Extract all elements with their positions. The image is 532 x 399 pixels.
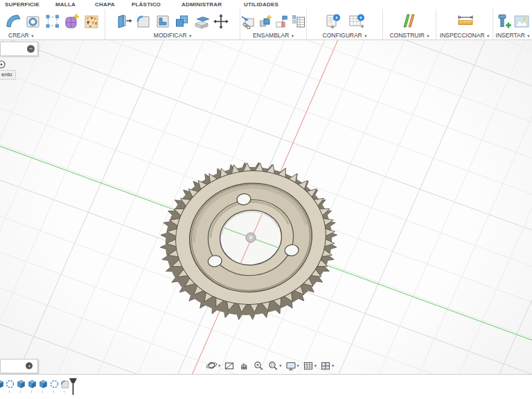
- grid-line: [488, 39, 532, 399]
- configuration-icon: [323, 12, 343, 31]
- chevron-down-icon: ▾: [292, 33, 294, 38]
- collapse-browser-button[interactable]: −: [27, 45, 35, 53]
- browser-panel-collapsed[interactable]: −: [0, 42, 38, 56]
- form-button[interactable]: [63, 12, 81, 30]
- insert-fastener-button[interactable]: [496, 12, 513, 30]
- measure-icon: [455, 12, 475, 31]
- group-label-crear[interactable]: CREAR ▾: [0, 32, 105, 39]
- grid-line: [0, 39, 532, 86]
- fastener-bolt-icon: [496, 12, 513, 30]
- shell-button[interactable]: [154, 12, 172, 30]
- sketch-icon: [49, 379, 60, 389]
- display-settings-button[interactable]: ▾: [285, 360, 300, 372]
- extrude-icon: [0, 379, 5, 389]
- press-pull-button[interactable]: [115, 12, 133, 30]
- insert-image-button[interactable]: [513, 12, 530, 30]
- zoom-icon: [253, 360, 264, 371]
- create-sketch-icon: [44, 12, 62, 30]
- group-label-inspeccionar[interactable]: INSPECCIONAR ▾: [436, 32, 493, 39]
- display-settings-icon: [285, 360, 296, 371]
- group-label-modificar[interactable]: MODIFICAR ▾: [105, 32, 240, 39]
- extrude-icon: [27, 379, 37, 389]
- move-button[interactable]: [212, 12, 230, 30]
- fusion360-window: { "tabs": [ {"label": "SUPERFICIE"}, {"l…: [0, 0, 532, 399]
- timeline-bar: [0, 374, 532, 399]
- fit-button[interactable]: ▾: [267, 360, 282, 372]
- joint-icon: [274, 14, 290, 29]
- grid-line: [0, 39, 124, 399]
- sketch-button[interactable]: [44, 12, 62, 30]
- configuration-table-button[interactable]: [347, 12, 366, 31]
- zoom-button[interactable]: [252, 360, 265, 372]
- derive-button[interactable]: [241, 14, 256, 29]
- configuration-table-icon: [347, 12, 366, 31]
- construction-plane-button[interactable]: [400, 12, 419, 31]
- sketch-icon: [5, 379, 15, 389]
- chevron-down-icon: ▾: [527, 33, 529, 38]
- chevron-down-icon: ▾: [364, 33, 366, 38]
- timeline-feature-sketch[interactable]: [5, 379, 15, 392]
- image-icon: [513, 12, 530, 30]
- tab-administrar[interactable]: ADMINISTRAR: [181, 1, 222, 8]
- chevron-down-icon: ▾: [189, 33, 191, 38]
- viewports-button[interactable]: ▾: [319, 360, 335, 372]
- group-construir: CONSTRUIR ▾: [383, 9, 436, 39]
- new-component-button[interactable]: [258, 14, 273, 29]
- tab-plastico[interactable]: PLÁSTICO: [132, 1, 161, 8]
- look-at-button[interactable]: [223, 360, 236, 372]
- split-body-icon: [193, 12, 211, 30]
- grid-settings-button[interactable]: ▾: [302, 360, 317, 372]
- grid-line: [0, 39, 84, 399]
- grid-line: [0, 39, 532, 122]
- look-at-icon: [224, 360, 235, 371]
- grid-settings-icon: [303, 360, 314, 371]
- mesh-button[interactable]: [82, 12, 100, 30]
- viewport-canvas[interactable]: [0, 39, 532, 399]
- freeform-button[interactable]: [5, 12, 23, 30]
- hole-button[interactable]: [24, 12, 42, 30]
- group-inspeccionar: INSPECCIONAR ▾: [436, 9, 493, 39]
- tab-superficie[interactable]: SUPERFICIE: [5, 1, 39, 8]
- chevron-down-icon: ▾: [487, 33, 489, 38]
- group-label-ensamblar[interactable]: ENSAMBLAR ▾: [240, 32, 306, 39]
- configuration-button[interactable]: [323, 12, 343, 31]
- joint-button[interactable]: [274, 14, 290, 29]
- pan-hand-icon: [238, 360, 249, 371]
- group-label-construir[interactable]: CONSTRUIR ▾: [383, 32, 436, 39]
- timeline-feature-extrude[interactable]: [38, 379, 48, 392]
- derive-link-icon: [241, 14, 256, 29]
- expand-panel-button[interactable]: [26, 362, 33, 369]
- tab-utilidades[interactable]: UTILIDADES: [244, 1, 278, 8]
- construction-plane-icon: [400, 12, 419, 31]
- viewport-3d-scene[interactable]: [0, 39, 532, 399]
- timeline-feature-sketch[interactable]: [49, 379, 60, 392]
- timeline-feature-extrude[interactable]: [27, 379, 37, 392]
- bom-button[interactable]: [291, 14, 306, 29]
- tab-chapa[interactable]: CHAPA: [95, 1, 115, 8]
- measure-button[interactable]: [455, 12, 475, 31]
- fillet-button[interactable]: [134, 12, 152, 30]
- extrude-icon: [38, 379, 48, 389]
- group-label-configurar[interactable]: CONFIGURAR ▾: [307, 32, 382, 39]
- press-pull-icon: [115, 12, 133, 30]
- pan-button[interactable]: [238, 360, 250, 372]
- fillet-icon: [134, 12, 152, 30]
- ribbon-toolbar: SUPERFICIE MALLA CHAPA PLÁSTICO ADMINIST…: [0, 0, 532, 40]
- view-navigation-bar: ▾ ▾ ▾ ▾: [205, 359, 335, 372]
- group-label-insertar[interactable]: INSERTAR ▾: [493, 32, 532, 39]
- timeline-feature-extrude[interactable]: [0, 379, 5, 392]
- orbit-button[interactable]: ▾: [205, 359, 221, 372]
- chevron-down-icon: ▾: [427, 33, 429, 38]
- comments-panel-collapsed[interactable]: [0, 359, 38, 373]
- group-crear: CREAR ▾: [0, 9, 105, 39]
- timeline-feature-extrude[interactable]: [16, 379, 26, 392]
- chevron-down-icon: ▾: [332, 363, 334, 369]
- freeform-icon: [5, 12, 23, 30]
- combine-button[interactable]: [173, 12, 191, 30]
- group-modificar: MODIFICAR ▾: [105, 9, 240, 39]
- split-body-button[interactable]: [193, 12, 211, 30]
- tab-malla[interactable]: MALLA: [55, 1, 76, 8]
- chevron-down-icon: ▾: [314, 363, 317, 369]
- timeline-playhead[interactable]: [68, 378, 78, 399]
- extrude-icon: [16, 379, 26, 389]
